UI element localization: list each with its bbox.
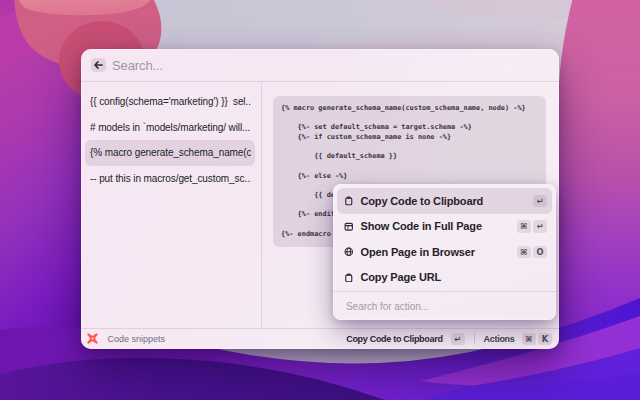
status-bar-divider xyxy=(474,333,475,344)
code-line: {%- if custom_schema_name is none -%} xyxy=(281,133,538,143)
snippet-list-item-label: {% macro generate_schema_name(c... xyxy=(90,147,251,158)
action-menu-item-keys: ↵ xyxy=(533,195,547,208)
code-line xyxy=(281,113,538,123)
snippet-list-item[interactable]: -- put this in macros/get_custom_sc... xyxy=(85,166,255,192)
snippet-list: {{ config(schema='marketing') }} sel... … xyxy=(81,82,262,328)
code-line xyxy=(281,142,538,152)
action-search-input[interactable]: Search for action... xyxy=(346,301,429,312)
primary-action-label[interactable]: Copy Code to Clipboard xyxy=(346,334,442,344)
actions-button-keys: ⌘K xyxy=(522,333,553,346)
return-key-badge: ↵ xyxy=(451,333,465,346)
actions-button[interactable]: Actions xyxy=(484,334,515,344)
clipboard-icon xyxy=(344,196,354,206)
action-menu-items: Copy Code to Clipboard ↵ Show Code in Fu… xyxy=(333,184,556,291)
action-menu-item-keys: ⌘↵ xyxy=(517,220,548,233)
search-bar: Search... xyxy=(81,49,559,82)
status-bar: Code snippets Copy Code to Clipboard ↵ A… xyxy=(81,328,559,350)
search-input[interactable]: Search... xyxy=(112,58,163,73)
back-button[interactable] xyxy=(91,58,106,72)
action-menu-item[interactable]: Open Page in Browser ⌘O xyxy=(337,239,552,265)
snippet-list-item-label: {{ config(schema='marketing') }} sel... xyxy=(90,96,251,107)
action-menu: Copy Code to Clipboard ↵ Show Code in Fu… xyxy=(333,184,556,320)
snippet-list-item[interactable]: {{ config(schema='marketing') }} sel... xyxy=(85,89,255,115)
key-badge: O xyxy=(533,246,547,259)
cmd-key-badge: ⌘ xyxy=(517,246,531,259)
action-search-bar: Search for action... xyxy=(333,291,556,320)
action-menu-item[interactable]: Show Code in Full Page ⌘↵ xyxy=(337,214,552,240)
code-line xyxy=(281,162,538,172)
dbt-logo-icon xyxy=(86,332,99,345)
snippet-list-item[interactable]: # models in `models/marketing/ will... xyxy=(85,115,255,141)
action-menu-item[interactable]: Copy Page URL xyxy=(337,265,552,291)
action-menu-item-label: Copy Code to Clipboard xyxy=(361,195,534,207)
cmd-key-badge: ⌘ xyxy=(522,333,536,346)
primary-action-keys: ↵ xyxy=(451,333,465,346)
cmd-key-badge: ⌘ xyxy=(517,220,531,233)
action-menu-item-keys: ⌘O xyxy=(517,246,548,259)
globe-icon xyxy=(344,247,354,257)
snippet-list-item-label: # models in `models/marketing/ will... xyxy=(90,122,250,133)
code-line: {% macro generate_schema_name(custom_sch… xyxy=(281,104,538,114)
snippet-list-item-label: -- put this in macros/get_custom_sc... xyxy=(90,173,251,184)
action-menu-item[interactable]: Copy Code to Clipboard ↵ xyxy=(337,188,552,214)
app-name: Code snippets xyxy=(108,334,166,344)
key-badge: K xyxy=(538,333,552,346)
action-menu-item-label: Copy Page URL xyxy=(361,271,548,283)
action-menu-item-label: Show Code in Full Page xyxy=(361,220,517,232)
code-line: {%- else -%} xyxy=(281,172,538,182)
return-key-badge: ↵ xyxy=(533,195,547,208)
snippet-list-item[interactable]: {% macro generate_schema_name(c... xyxy=(85,140,255,166)
return-key-badge: ↵ xyxy=(533,220,547,233)
code-line: {{ default_schema }} xyxy=(281,152,538,162)
back-arrow-icon xyxy=(94,61,103,69)
action-menu-item-label: Open Page in Browser xyxy=(361,246,517,258)
code-line: {%- set default_schema = target.schema -… xyxy=(281,123,538,133)
clipboard-icon xyxy=(344,273,354,283)
app-window-icon xyxy=(344,222,354,232)
